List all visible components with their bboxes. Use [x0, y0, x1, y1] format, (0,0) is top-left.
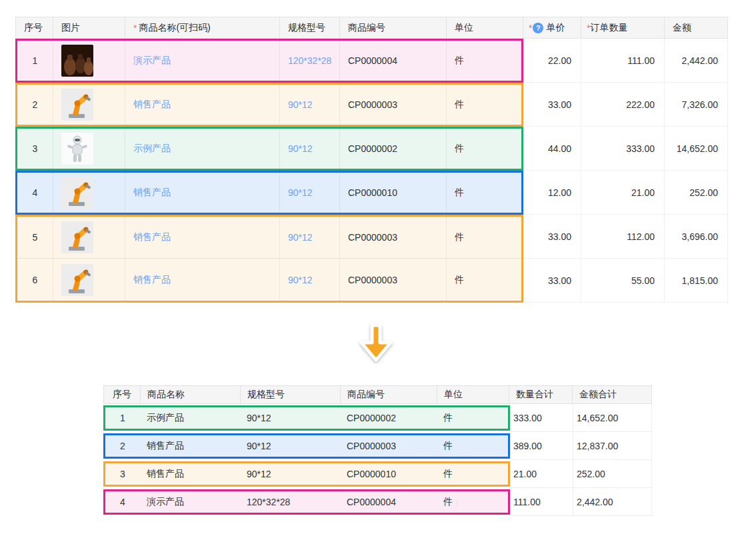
numeric-cells: 12.00 21.00 252.00 [523, 171, 728, 215]
amount-total-cell: 12,837.00 [573, 432, 652, 460]
header-spec: 规格型号 [241, 386, 341, 403]
spec-link[interactable]: 90*12 [288, 143, 313, 154]
summary-table: 序号 商品名称 规格型号 商品编号 单位 数量合计 金额合计 1 示例产品 90… [103, 385, 652, 516]
index-cell: 1 [105, 407, 140, 429]
spec-cell: 90*12 [280, 217, 340, 258]
header-image-label: 图片 [61, 22, 80, 34]
table-row: 3 示例产品 90*12 CP0000002 件 44.00 333.00 14… [15, 127, 728, 171]
spec-cell: 90*12 [280, 85, 340, 125]
header-product-name-label: 商品名称 [147, 389, 185, 401]
header-unit-label: 单位 [455, 22, 473, 34]
header-image: 图片 [53, 17, 125, 38]
summary-header-row: 序号 商品名称 规格型号 商品编号 单位 数量合计 金额合计 [103, 385, 652, 404]
unit-price-cell: 33.00 [523, 83, 581, 127]
highlight-box-pink: 4 演示产品 120*32*28 CP0000004 件 [103, 489, 510, 515]
header-unit: 单位 [447, 17, 523, 38]
numeric-cells: 33.00 112.00 3,696.00 [523, 215, 728, 259]
product-name-cell: 示例产品 [125, 129, 280, 169]
qty-total-cell: 389.00 [510, 432, 573, 460]
numeric-cells: 21.00 252.00 [510, 460, 652, 488]
qty-total-value: 389.00 [513, 441, 542, 451]
table-row: 1 演示产品 120*32*28 CP0000004 件 22.00 111.0… [15, 39, 728, 83]
row-index: 1 [120, 413, 125, 423]
spec-value: 90*12 [247, 441, 271, 451]
product-name-cell: 销售产品 [125, 259, 280, 301]
image-cell [53, 217, 125, 258]
spec-link[interactable]: 90*12 [288, 187, 313, 198]
image-cell [53, 85, 125, 125]
table-row-group: 5 销售产品 90*12 CP0000003 件 6 销售产品 90*12 CP… [15, 215, 728, 303]
qty-total-value: 111.00 [513, 497, 541, 507]
pottery-photo[interactable] [61, 45, 93, 77]
unit-price-cell: 33.00 [523, 215, 581, 259]
spec-link[interactable]: 90*12 [288, 99, 313, 110]
numeric-cells: 33.00 222.00 7,326.00 [523, 83, 728, 127]
spec-cell: 120*32*28 [240, 491, 340, 513]
amount-cell: 3,696.00 [665, 215, 728, 259]
index-cell: 6 [17, 259, 53, 301]
unit-cell: 件 [447, 85, 521, 125]
product-name-link[interactable]: 示例产品 [133, 143, 171, 155]
header-index-label: 序号 [24, 22, 43, 34]
order-qty-cell: 21.00 [581, 171, 665, 215]
robot-arm-photo[interactable] [61, 264, 93, 296]
product-name-link[interactable]: 销售产品 [133, 187, 171, 199]
product-code: CP0000004 [347, 497, 396, 507]
product-name-link[interactable]: 销售产品 [133, 231, 171, 243]
spec-link[interactable]: 120*32*28 [288, 55, 331, 66]
unit-price-value: 33.00 [548, 275, 571, 286]
code-cell: CP0000004 [340, 491, 437, 513]
image-cell [53, 259, 125, 301]
image-cell [53, 173, 125, 213]
product-name-link[interactable]: 销售产品 [133, 99, 171, 111]
amount-value: 3,696.00 [682, 231, 719, 242]
amount-value: 1,815.00 [682, 275, 719, 286]
summary-row: 3 销售产品 90*12 CP0000010 件 21.00 252.00 [103, 460, 652, 488]
spec-link[interactable]: 90*12 [288, 232, 313, 243]
down-arrow-icon [352, 320, 400, 367]
code-cell: CP0000003 [340, 85, 447, 125]
product-code: CP0000010 [348, 187, 397, 198]
product-name-cell: 销售产品 [125, 217, 280, 258]
amount-total-value: 252.00 [577, 469, 605, 479]
product-name-link[interactable]: 演示产品 [133, 55, 171, 67]
amount-total-value: 2,442.00 [577, 497, 613, 507]
unit-cell: 件 [437, 491, 508, 513]
header-code-label: 商品编号 [347, 389, 385, 401]
spec-cell: 120*32*28 [280, 41, 340, 81]
row-index: 3 [33, 143, 38, 154]
numeric-cells-stack: 33.00 112.00 3,696.00 33.00 55.00 1,815.… [523, 215, 728, 303]
code-cell: CP0000002 [340, 407, 437, 429]
order-qty-value: 55.00 [631, 275, 655, 286]
unit-value: 件 [443, 468, 453, 480]
header-qty-total: 数量合计 [509, 386, 573, 403]
order-qty-value: 21.00 [631, 187, 655, 198]
spec-link[interactable]: 90*12 [288, 275, 313, 285]
highlight-box-blue: 4 销售产品 90*12 CP0000010 件 [15, 171, 523, 215]
qty-total-value: 21.00 [513, 469, 537, 479]
humanoid-robot-photo[interactable] [61, 133, 93, 165]
amount-value: 252.00 [689, 187, 718, 198]
amount-cell: 14,652.00 [665, 127, 728, 171]
row-index: 4 [120, 497, 125, 507]
highlight-box-pink: 1 演示产品 120*32*28 CP0000004 件 [15, 39, 523, 83]
header-unit-price: *?单价 [523, 17, 581, 38]
unit-cell: 件 [437, 463, 508, 485]
order-qty-value: 111.00 [627, 55, 655, 66]
index-cell: 2 [105, 435, 140, 457]
spec-value: 120*32*28 [247, 497, 290, 507]
unit-price-value: 22.00 [548, 55, 571, 66]
robot-arm-photo[interactable] [61, 221, 93, 253]
product-name-link[interactable]: 销售产品 [133, 274, 171, 286]
robot-arm-photo[interactable] [61, 89, 93, 121]
header-code-label: 商品编号 [348, 22, 385, 34]
spec-cell: 90*12 [240, 407, 340, 429]
qty-total-cell: 21.00 [510, 460, 573, 488]
robot-arm-photo[interactable] [61, 177, 93, 209]
qty-total-cell: 111.00 [510, 488, 573, 516]
header-amount-label: 金额 [673, 22, 691, 34]
amount-total-cell: 252.00 [573, 460, 652, 488]
unit-price-value: 44.00 [548, 143, 571, 154]
help-icon[interactable]: ? [533, 23, 543, 33]
code-cell: CP0000002 [340, 129, 447, 169]
